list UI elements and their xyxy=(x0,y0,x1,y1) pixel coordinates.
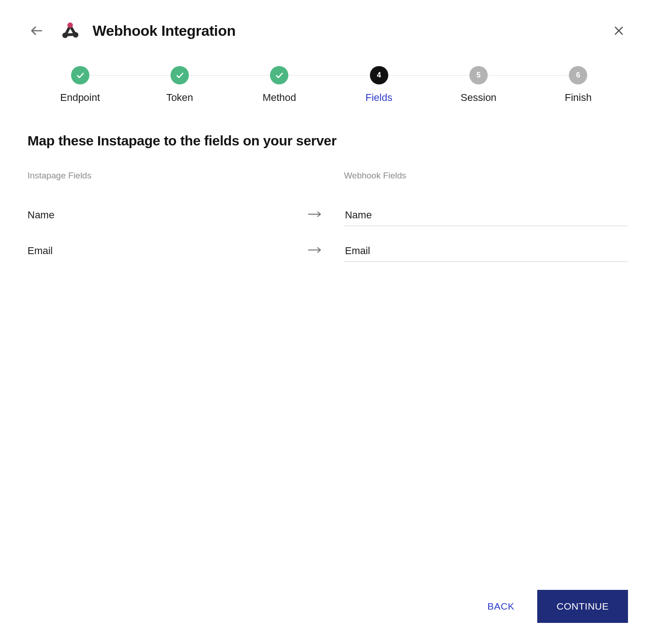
step-label: Session xyxy=(461,92,496,104)
webhook-field-input-email[interactable] xyxy=(344,240,628,262)
modal-header: Webhook Integration xyxy=(8,0,650,56)
step-label: Finish xyxy=(565,92,592,104)
step-circle: 6 xyxy=(569,66,587,84)
back-button[interactable]: BACK xyxy=(478,593,523,620)
instapage-field-row: Email xyxy=(28,233,325,269)
field-mapping: Instapage Fields Name Email Webhook Fiel… xyxy=(28,171,628,269)
instapage-field-row: Name xyxy=(28,197,325,233)
instapage-column-header: Instapage Fields xyxy=(28,171,325,181)
webhook-field-input-name[interactable] xyxy=(344,205,628,226)
instapage-field-label: Name xyxy=(28,209,55,221)
arrow-right-icon xyxy=(307,210,323,220)
step-method[interactable]: Method xyxy=(230,66,329,104)
modal-footer: BACK CONTINUE xyxy=(8,576,650,644)
content-heading: Map these Instapage to the fields on you… xyxy=(28,133,628,149)
continue-button[interactable]: CONTINUE xyxy=(537,590,628,623)
svg-point-3 xyxy=(73,32,78,38)
arrow-right-icon xyxy=(307,246,323,256)
svg-point-2 xyxy=(62,33,68,38)
instapage-fields-column: Instapage Fields Name Email xyxy=(28,171,325,269)
arrow-left-icon xyxy=(29,23,44,38)
check-icon xyxy=(275,71,284,80)
step-label: Endpoint xyxy=(60,92,100,104)
webhook-fields-column: Webhook Fields xyxy=(344,171,628,269)
step-circle: 4 xyxy=(370,66,388,84)
close-icon xyxy=(613,25,625,37)
page-title: Webhook Integration xyxy=(93,22,236,39)
step-fields[interactable]: 4 Fields xyxy=(329,66,429,104)
stepper: Endpoint Token Method 4 Fields 5 Session xyxy=(8,56,650,122)
check-icon xyxy=(175,71,184,80)
step-endpoint[interactable]: Endpoint xyxy=(30,66,130,104)
webhook-field-row xyxy=(344,197,628,233)
content-area: Map these Instapage to the fields on you… xyxy=(8,122,650,576)
step-circle xyxy=(71,66,89,84)
step-session[interactable]: 5 Session xyxy=(429,66,528,104)
step-label: Fields xyxy=(365,92,392,104)
webhook-logo-icon xyxy=(59,19,82,42)
step-circle xyxy=(270,66,288,84)
check-icon xyxy=(76,71,85,80)
back-arrow-button[interactable] xyxy=(28,22,46,40)
svg-point-1 xyxy=(67,22,73,28)
step-circle: 5 xyxy=(469,66,488,84)
step-token[interactable]: Token xyxy=(130,66,229,104)
left-edge-sliver xyxy=(0,0,8,644)
close-button[interactable] xyxy=(610,22,628,40)
step-circle xyxy=(171,66,189,84)
instapage-field-label: Email xyxy=(28,245,53,257)
step-label: Method xyxy=(263,92,296,104)
webhook-field-row xyxy=(344,233,628,269)
webhook-column-header: Webhook Fields xyxy=(344,171,628,181)
step-finish[interactable]: 6 Finish xyxy=(529,66,628,104)
step-label: Token xyxy=(166,92,193,104)
webhook-integration-modal: Webhook Integration Endpoint Token Metho… xyxy=(8,0,650,644)
